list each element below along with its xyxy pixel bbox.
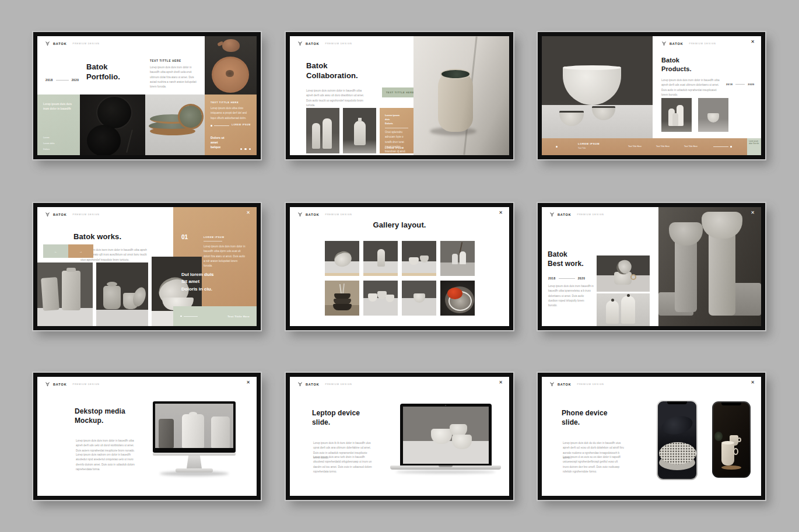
section-label: TEXT TITTLE HERE [150, 60, 181, 62]
gallery-tile-cup-group[interactable] [363, 281, 398, 316]
bottle-shape [460, 251, 466, 264]
photo-big-bowl [542, 36, 653, 138]
green-panel-list: Lorem Lorem dolis Doloru [43, 135, 55, 153]
slide-title: Gallery layout. [290, 220, 509, 230]
phone-mockup-mugs [712, 401, 751, 478]
date-from: 2018 [45, 79, 53, 82]
fabric-fold-shape [660, 414, 694, 438]
panel-label[interactable]: LOREM IPSUM [204, 236, 225, 239]
vase-shape [354, 121, 366, 145]
slide-laptop: BATOK PREMIUM DESIGN ✕ Leptop device sli… [286, 373, 513, 500]
nav-item[interactable]: Text Title Here [656, 145, 670, 148]
slide-works: BATOK PREMIUM DESIGN ✕ Batok works. Lore… [33, 203, 261, 330]
cutlery-shape [126, 130, 133, 152]
brand-tagline: PREMIUM DESIGN [73, 214, 100, 216]
close-icon[interactable]: ✕ [751, 380, 755, 385]
brand-tagline: PREMIUM DESIGN [325, 43, 352, 45]
saucer-shape [721, 466, 741, 470]
laptop-mockup [390, 404, 501, 474]
pitcher-shape [211, 416, 230, 448]
photo-small-cup [698, 98, 728, 132]
date-from: 2018 [548, 277, 556, 280]
dark-bowl-stack-shape [333, 304, 352, 310]
batok-logo-icon [45, 382, 50, 387]
arrow-left-icon: ← [54, 250, 57, 253]
gallery-tile-single-cup[interactable] [402, 281, 436, 316]
prev-chip-button[interactable]: ← [43, 244, 68, 258]
pitcher-shape [159, 419, 174, 448]
brand-name: BATOK [558, 213, 572, 216]
close-icon[interactable]: ✕ [751, 211, 755, 215]
list-item[interactable]: Lorem [43, 135, 55, 141]
card-lines: Lorem ipsum duis Doloris [385, 113, 400, 126]
card-link[interactable]: LOREM IPSUM [385, 147, 404, 149]
green-note-text: Lorem ipsum dolor Text title [747, 138, 761, 147]
laptop-camera-dot [445, 405, 446, 406]
green-panel-heading: Lorep ipsum duis duis trum dolor in baue… [43, 102, 73, 112]
slide-portfolio: BATOK PREMIUM DESIGN 20182020 Batok Port… [33, 32, 261, 159]
progress-line [713, 146, 732, 148]
phone-mockup-plate [657, 400, 698, 480]
cup-shape [386, 295, 394, 302]
bowl-shape [452, 435, 472, 449]
jar-lid-shape [66, 268, 76, 272]
nav-item[interactable]: Text Title Here [684, 145, 698, 148]
jar-lid-shape [107, 282, 117, 286]
cup-handle-shape [630, 274, 636, 280]
slide-title: Batok Collaboration. [306, 61, 358, 80]
slide-gallery: BATOK PREMIUM DESIGN ✕ Gallery layout. [286, 203, 513, 330]
panel-quote: Dul lorem duis Sit amet Doloris in ciu. [181, 271, 214, 293]
gallery-tile-red-bowl[interactable] [440, 281, 475, 316]
close-icon[interactable]: ✕ [499, 211, 503, 215]
next-chip-button[interactable]: → [68, 244, 93, 258]
progress-line [180, 316, 198, 317]
green-panel: Lorep ipsum duis duis trum dolor in baue… [37, 94, 80, 155]
gallery-tile-tilted-bowl[interactable] [325, 241, 359, 276]
brand-name: BATOK [558, 383, 572, 386]
bar-label: LOREM IPSUM [578, 142, 600, 145]
slide-header: BATOK PREMIUM DESIGN [45, 41, 100, 47]
photo-vase-pair [661, 98, 692, 132]
close-icon[interactable]: ✕ [246, 211, 250, 215]
photo-single-vase [343, 108, 376, 153]
bottle-shape [312, 123, 320, 149]
gallery-tile-two-cups[interactable] [402, 241, 436, 276]
mug-rim-shape [721, 441, 734, 444]
brand-name: BATOK [53, 383, 67, 386]
photo-tall-jars [37, 262, 93, 326]
gallery-tile-bottle[interactable] [363, 241, 398, 276]
slide-title: Batok works. [73, 232, 121, 242]
close-icon[interactable]: ✕ [751, 40, 755, 44]
mug-shape [721, 442, 734, 466]
cup-shape [368, 293, 377, 302]
cup-interior-shape [440, 69, 471, 79]
monitor-stand-neck [187, 456, 202, 468]
slide-title: Batok Products. [661, 56, 692, 73]
nav-item[interactable]: Text Title Here [628, 145, 642, 148]
pedestal-vessel-shape [709, 228, 735, 316]
list-item[interactable]: Lorem dolis [43, 141, 55, 147]
brand-tagline: PREMIUM DESIGN [73, 43, 100, 45]
arrow-right-icon: → [79, 250, 82, 253]
photo-lidded-jar-cup [96, 262, 148, 326]
gallery-tile-bottles-branch[interactable] [440, 241, 475, 276]
strip-label[interactable]: Text Tittle Here [227, 315, 250, 318]
tan-panel-link[interactable]: LOREM IPSUM [232, 124, 251, 126]
big-bowl-shape [563, 66, 621, 105]
tan-panel: TEXT TITTLE HERE Lorep ipsum duis utba c… [205, 94, 257, 155]
text-title-button[interactable]: TEXT TITTLE HERE [382, 88, 418, 97]
gallery-tile-stacked-dark-bowls[interactable] [325, 281, 359, 316]
bottle-spout-shape [627, 294, 630, 297]
phone-notch [667, 401, 687, 404]
nav-dot [556, 146, 558, 148]
close-icon[interactable]: ✕ [246, 380, 250, 385]
slide-title: Batok Best work. [548, 250, 584, 269]
pagination-dots[interactable] [240, 148, 251, 150]
panel-number: 01 [181, 234, 188, 240]
bowl-shape [431, 429, 452, 444]
slide-phone: BATOK PREMIUM DESIGN ✕ Phone device slid… [538, 373, 765, 500]
close-icon[interactable]: ✕ [499, 380, 503, 385]
big-bowl-rim-shape [563, 65, 621, 70]
monitor-screen-photo [155, 404, 233, 448]
list-item[interactable]: Doloru [43, 147, 55, 153]
